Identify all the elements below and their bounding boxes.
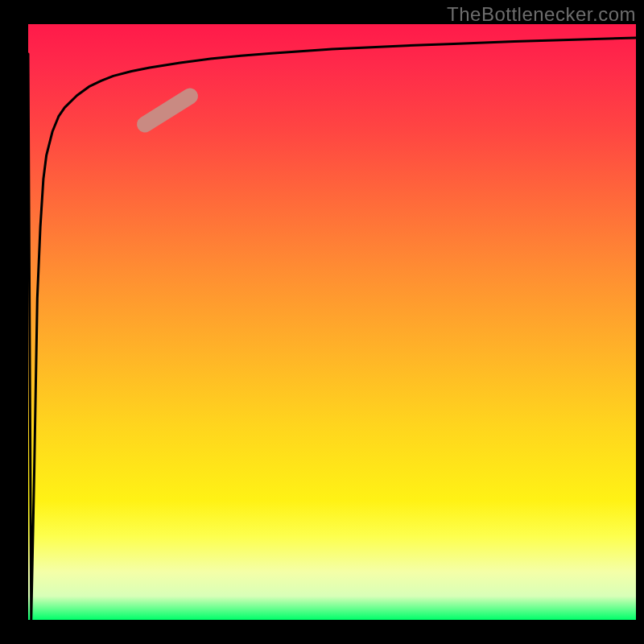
y-axis-frame — [0, 0, 28, 644]
credit-label: TheBottlenecker.com — [447, 3, 636, 26]
plot-area — [28, 24, 636, 620]
chart-canvas: TheBottlenecker.com — [0, 0, 644, 644]
x-axis-frame — [0, 620, 644, 644]
